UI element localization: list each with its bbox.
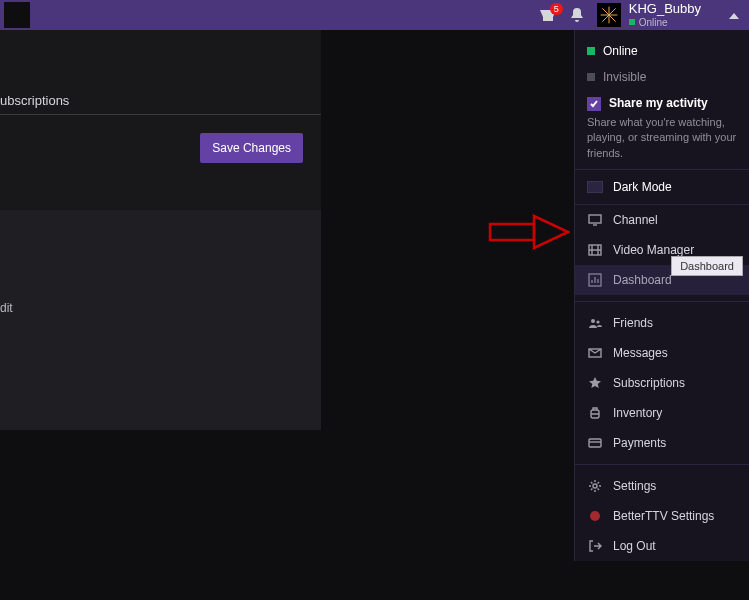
section-header: ubscriptions (0, 75, 321, 115)
top-navbar: 5 KHG_Bubby Online (0, 0, 749, 30)
share-activity-description: Share what you're watching, playing, or … (587, 115, 737, 161)
film-icon (587, 242, 603, 258)
online-indicator-icon (587, 47, 595, 55)
mail-icon (587, 345, 603, 361)
user-dropdown-panel: Online Invisible Share my activity Share… (574, 30, 749, 561)
menu-label: Payments (613, 436, 666, 450)
logout-icon (587, 538, 603, 554)
menu-item-friends[interactable]: Friends (575, 308, 749, 338)
svg-point-4 (596, 321, 599, 324)
chevron-up-icon (729, 7, 739, 22)
menu-item-betterttv-settings[interactable]: BetterTTV Settings (575, 501, 749, 531)
partial-text: dit (0, 301, 13, 315)
notification-badge: 5 (550, 3, 563, 15)
card-icon (587, 435, 603, 451)
menu-item-inventory[interactable]: Inventory (575, 398, 749, 428)
menu-label: BetterTTV Settings (613, 509, 714, 523)
menu-label: Settings (613, 479, 656, 493)
svg-point-9 (590, 511, 600, 521)
menu-label: Log Out (613, 539, 656, 553)
user-menu-toggle[interactable]: KHG_Bubby Online (597, 2, 739, 27)
section-title: ubscriptions (0, 93, 69, 108)
toggle-off-icon (587, 181, 603, 193)
svg-rect-7 (589, 439, 601, 447)
svg-rect-10 (490, 224, 534, 240)
bttv-icon (587, 508, 603, 524)
status-dot-icon (629, 19, 635, 25)
dark-mode-label: Dark Mode (613, 180, 672, 194)
status-text: Online (639, 17, 668, 28)
menu-group-channel: Channel Video Manager Dashboard (575, 205, 749, 295)
svg-point-3 (591, 319, 595, 323)
status-invisible-label: Invisible (603, 70, 646, 84)
menu-label: Subscriptions (613, 376, 685, 390)
menu-group-settings: Settings BetterTTV Settings Log Out (575, 471, 749, 561)
status-option-online[interactable]: Online (587, 38, 737, 64)
annotation-arrow-icon (488, 212, 570, 252)
menu-label: Inventory (613, 406, 662, 420)
share-activity-toggle[interactable]: Share my activity (587, 90, 737, 111)
bell-icon (569, 6, 585, 24)
chart-icon (587, 272, 603, 288)
status-online-label: Online (603, 44, 638, 58)
menu-label: Messages (613, 346, 668, 360)
star-icon (587, 375, 603, 391)
invisible-indicator-icon (587, 73, 595, 81)
menu-label: Friends (613, 316, 653, 330)
topbar-right-group: 5 KHG_Bubby Online (539, 2, 739, 27)
notifications-button[interactable] (569, 6, 585, 24)
svg-rect-0 (589, 215, 601, 223)
share-activity-label: Share my activity (609, 96, 708, 110)
menu-divider (575, 301, 749, 302)
gear-icon (587, 478, 603, 494)
menu-group-social: Friends Messages Subscriptions Inventory… (575, 308, 749, 458)
panel-body: dit (0, 210, 321, 430)
menu-item-settings[interactable]: Settings (575, 471, 749, 501)
monitor-icon (587, 212, 603, 228)
menu-item-payments[interactable]: Payments (575, 428, 749, 458)
avatar (597, 3, 621, 27)
friends-icon (587, 315, 603, 331)
save-changes-button[interactable]: Save Changes (200, 133, 303, 163)
status-option-invisible[interactable]: Invisible (587, 64, 737, 90)
menu-item-logout[interactable]: Log Out (575, 531, 749, 561)
backpack-icon (587, 405, 603, 421)
menu-item-channel[interactable]: Channel (575, 205, 749, 235)
user-status: Online (629, 17, 701, 28)
menu-label: Channel (613, 213, 658, 227)
menu-item-messages[interactable]: Messages (575, 338, 749, 368)
checkbox-checked-icon (587, 97, 601, 111)
menu-item-subscriptions[interactable]: Subscriptions (575, 368, 749, 398)
user-info: KHG_Bubby Online (629, 2, 701, 27)
dark-mode-toggle[interactable]: Dark Mode (575, 170, 749, 205)
dashboard-tooltip: Dashboard (671, 256, 743, 276)
settings-panel: ubscriptions Save Changes dit (0, 30, 322, 400)
menu-divider (575, 464, 749, 465)
status-section: Online Invisible Share my activity Share… (575, 30, 749, 170)
svg-point-8 (593, 484, 597, 488)
inbox-button[interactable]: 5 (539, 7, 557, 23)
topbar-left-placeholder (4, 2, 30, 28)
username-label: KHG_Bubby (629, 2, 701, 16)
menu-label: Dashboard (613, 273, 672, 287)
